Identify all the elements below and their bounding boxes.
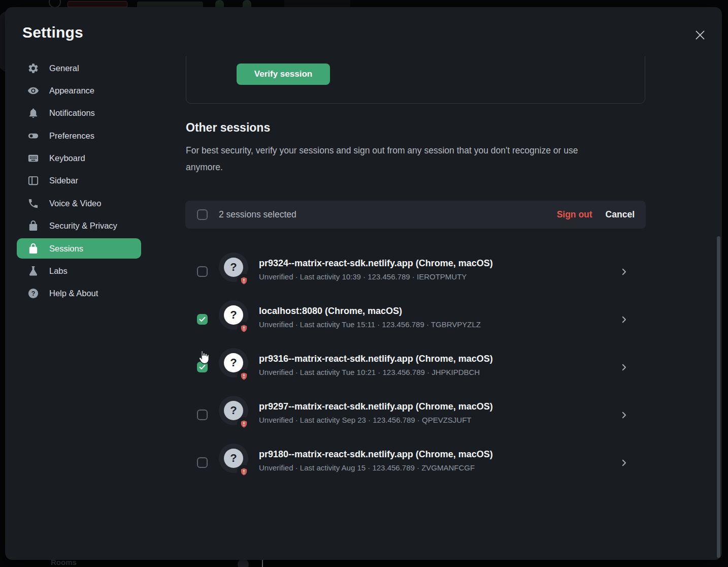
verify-session-button[interactable]: Verify session (237, 64, 330, 85)
sidebar-item-sidebar[interactable]: Sidebar (17, 171, 141, 191)
backdrop-room-header (137, 2, 203, 7)
backdrop-avatar (243, 0, 251, 7)
session-details: Unverified · Last activity 10:39 · 123.4… (259, 272, 493, 281)
backdrop-avatar (215, 0, 224, 7)
sidebar-item-label: General (49, 64, 79, 73)
session-name: pr9297--matrix-react-sdk.netlify.app (Ch… (259, 401, 493, 412)
sidebar-item-label: Appearance (49, 86, 94, 96)
settings-dialog: Settings General Appearance Notification… (5, 7, 722, 560)
backdrop-panel (284, 0, 350, 7)
backdrop-room-header (68, 1, 127, 7)
cancel-button[interactable]: Cancel (606, 209, 635, 220)
unknown-device-icon: ? (224, 449, 243, 468)
unknown-device-icon: ? (224, 258, 243, 277)
settings-sidebar: General Appearance Notifications Prefere… (17, 58, 141, 306)
sign-out-button[interactable]: Sign out (557, 209, 592, 220)
sidebar-item-help-about[interactable]: ? Help & About (17, 284, 141, 304)
session-list: ? pr9324--matrix-react-sdk.netlify.app (… (185, 248, 646, 487)
sidebar-item-label: Preferences (49, 131, 94, 141)
sidebar-item-preferences[interactable]: Preferences (17, 125, 141, 146)
sidebar-item-label: Security & Privacy (49, 221, 117, 231)
dialog-title: Settings (22, 24, 83, 41)
session-name: pr9180--matrix-react-sdk.netlify.app (Ch… (259, 449, 493, 460)
session-avatar: ? (219, 396, 248, 425)
sidebar-item-security-privacy[interactable]: Security & Privacy (17, 216, 141, 236)
sidebar-item-label: Keyboard (49, 153, 85, 163)
layout-icon (27, 175, 39, 186)
chevron-right-icon[interactable] (619, 363, 628, 374)
session-avatar: ? (219, 300, 248, 330)
backdrop-avatar (238, 559, 249, 567)
chevron-right-icon[interactable] (619, 267, 628, 278)
session-row[interactable]: ? pr9180--matrix-react-sdk.netlify.app (… (185, 439, 646, 487)
session-details: Unverified · Last activity Tue 15:11 · 1… (259, 320, 481, 329)
session-details: Unverified · Last activity Aug 15 · 123.… (259, 463, 493, 472)
chevron-right-icon[interactable] (619, 315, 628, 326)
selection-bar: 2 sessions selected Sign out Cancel (185, 201, 646, 229)
session-avatar: ? (219, 444, 248, 473)
session-checkbox[interactable] (197, 457, 208, 468)
unverified-shield-icon (237, 322, 250, 335)
flask-icon (27, 265, 39, 277)
sidebar-item-voice-video[interactable]: Voice & Video (17, 193, 141, 213)
keyboard-icon (27, 152, 39, 164)
unverified-shield-icon (237, 465, 250, 478)
scrollbar-thumb[interactable] (717, 236, 720, 558)
unverified-shield-icon (237, 417, 250, 430)
sidebar-item-label: Sidebar (49, 176, 78, 185)
sidebar-item-label: Labs (49, 266, 68, 276)
svg-text:?: ? (31, 290, 36, 297)
unknown-device-icon: ? (224, 305, 243, 325)
sessions-content-pane: Verify session Other sessions For best s… (185, 56, 646, 560)
backdrop-caret (262, 560, 263, 567)
session-checkbox[interactable] (197, 266, 208, 277)
other-sessions-heading: Other sessions (186, 121, 270, 135)
unverified-shield-icon (237, 274, 250, 287)
session-name: pr9324--matrix-react-sdk.netlify.app (Ch… (259, 258, 493, 269)
sidebar-item-label: Notifications (49, 108, 95, 118)
chevron-right-icon[interactable] (619, 458, 628, 469)
unverified-shield-icon (237, 369, 250, 383)
sidebar-item-sessions[interactable]: Sessions (17, 238, 141, 259)
session-checkbox[interactable] (197, 410, 208, 420)
session-checkbox[interactable] (197, 362, 208, 372)
session-avatar: ? (219, 253, 248, 282)
sidebar-item-general[interactable]: General (17, 58, 141, 78)
session-checkbox[interactable] (197, 314, 208, 325)
session-avatar: ? (219, 348, 248, 377)
session-row[interactable]: ? pr9316--matrix-react-sdk.netlify.app (… (185, 343, 646, 391)
sidebar-item-appearance[interactable]: Appearance (17, 80, 141, 101)
phone-icon (27, 198, 39, 209)
toggle-icon (27, 130, 39, 142)
lock-icon (27, 243, 39, 255)
other-sessions-description: For best security, verify your sessions … (186, 142, 607, 176)
gear-icon (27, 62, 39, 74)
eye-icon (27, 85, 39, 97)
session-name: pr9316--matrix-react-sdk.netlify.app (Ch… (259, 354, 493, 364)
sidebar-item-label: Help & About (49, 289, 98, 298)
sidebar-item-labs[interactable]: Labs (17, 261, 141, 281)
session-name: localhost:8080 (Chrome, macOS) (259, 306, 481, 317)
sidebar-item-notifications[interactable]: Notifications (17, 103, 141, 123)
session-row[interactable]: ? pr9324--matrix-react-sdk.netlify.app (… (185, 248, 646, 296)
bell-icon (27, 107, 39, 119)
help-icon: ? (27, 288, 39, 299)
sidebar-item-label: Voice & Video (49, 199, 101, 208)
chevron-right-icon[interactable] (619, 411, 628, 422)
session-row[interactable]: ? localhost:8080 (Chrome, macOS) Unverif… (185, 296, 646, 343)
sidebar-item-keyboard[interactable]: Keyboard (17, 148, 141, 169)
session-details: Unverified · Last activity Sep 23 · 123.… (259, 416, 493, 424)
selection-status: 2 sessions selected (219, 209, 296, 220)
session-row[interactable]: ? pr9297--matrix-react-sdk.netlify.app (… (185, 391, 646, 439)
app-backdrop: Rooms Settings General Appearance Notifi… (0, 0, 728, 567)
sidebar-item-label: Sessions (49, 244, 83, 254)
select-all-checkbox[interactable] (197, 209, 208, 220)
close-button[interactable] (690, 25, 710, 45)
unknown-device-icon: ? (224, 353, 243, 372)
close-icon (693, 28, 707, 42)
unknown-device-icon: ? (224, 401, 243, 420)
lock-icon (27, 220, 39, 232)
session-details: Unverified · Last activity Tue 10:21 · 1… (259, 368, 493, 376)
